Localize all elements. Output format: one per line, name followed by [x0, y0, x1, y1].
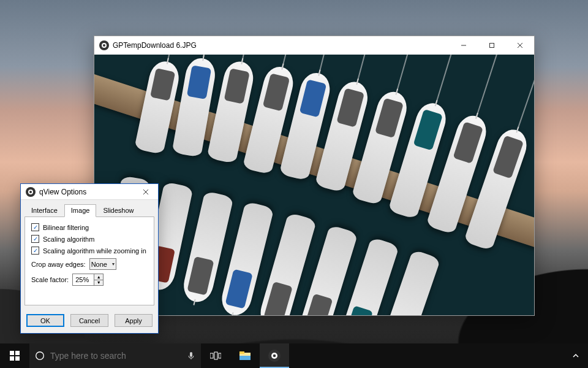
taskbar-app-file-explorer[interactable] [230, 343, 260, 368]
tab-slideshow[interactable]: Slideshow [96, 204, 140, 217]
qview-app-icon [26, 187, 36, 197]
svg-rect-16 [210, 353, 213, 358]
file-explorer-icon [239, 351, 251, 360]
start-button[interactable] [0, 343, 29, 368]
crop-edges-select[interactable]: None ▾ [89, 258, 116, 270]
task-view-icon [210, 351, 221, 360]
svg-rect-15 [190, 352, 192, 357]
scaling-algorithm-checkbox[interactable]: ✓ Scaling algorithm [31, 235, 94, 243]
scaling-zoom-checkbox[interactable]: ✓ Scaling algorithm while zooming in [31, 247, 146, 255]
qview-app-icon [99, 40, 109, 50]
microphone-icon[interactable] [186, 351, 196, 361]
close-button[interactable] [134, 184, 158, 200]
options-tabs: Interface Image Slideshow [24, 204, 154, 217]
svg-rect-21 [239, 356, 251, 360]
cortana-circle-icon [34, 350, 45, 361]
spinner-down-button[interactable]: ▼ [94, 280, 103, 285]
spinner-up-button[interactable]: ▲ [94, 274, 103, 280]
taskbar [0, 343, 588, 368]
ok-button[interactable]: OK [26, 314, 64, 327]
tab-interface[interactable]: Interface [24, 204, 64, 217]
options-dialog-title: qView Options [39, 188, 134, 196]
svg-point-1 [103, 44, 105, 47]
checkbox-checked-icon: ✓ [31, 223, 39, 231]
image-viewer-canvas[interactable] [94, 55, 534, 315]
scaling-zoom-label: Scaling algorithm while zooming in [43, 247, 146, 255]
bilinear-filtering-checkbox[interactable]: ✓ Bilinear filtering [31, 223, 89, 231]
chevron-up-icon [573, 353, 579, 359]
svg-rect-17 [214, 352, 217, 359]
scaling-algorithm-label: Scaling algorithm [43, 236, 94, 243]
scale-factor-label: Scale factor: [31, 276, 69, 283]
close-button[interactable] [506, 36, 534, 55]
svg-rect-3 [490, 44, 494, 48]
svg-rect-13 [15, 356, 20, 361]
image-viewer-window: GPTempDownload 6.JPG [94, 36, 535, 316]
taskbar-app-qview[interactable] [260, 343, 289, 368]
taskbar-search-input[interactable] [50, 351, 181, 361]
apply-button[interactable]: Apply [115, 314, 153, 327]
svg-rect-18 [219, 353, 221, 358]
checkbox-checked-icon: ✓ [31, 247, 39, 255]
tab-panel-image: ✓ Bilinear filtering ✓ Scaling algorithm… [24, 217, 154, 305]
svg-point-7 [29, 191, 32, 193]
crop-edges-label: Crop away edges: [31, 261, 86, 268]
qview-app-icon [268, 350, 281, 362]
svg-point-14 [36, 352, 44, 360]
checkbox-checked-icon: ✓ [31, 235, 39, 243]
bilinear-filtering-label: Bilinear filtering [43, 224, 89, 231]
taskbar-search[interactable] [29, 343, 201, 368]
dialog-button-row: OK Cancel Apply [21, 309, 158, 333]
options-dialog-titlebar[interactable]: qView Options [21, 184, 158, 200]
svg-rect-10 [10, 351, 14, 355]
scale-factor-value: 25% [73, 274, 94, 285]
tray-overflow-button[interactable] [564, 343, 588, 368]
chevron-down-icon: ▾ [112, 261, 115, 267]
image-viewer-titlebar[interactable]: GPTempDownload 6.JPG [94, 36, 534, 55]
crop-edges-value: None [91, 261, 107, 268]
image-viewer-title: GPTempDownload 6.JPG [113, 41, 450, 50]
svg-rect-12 [10, 356, 14, 361]
maximize-button[interactable] [478, 36, 506, 55]
svg-rect-20 [239, 351, 244, 354]
task-view-button[interactable] [201, 343, 230, 368]
taskbar-spacer [289, 343, 564, 368]
options-dialog: qView Options Interface Image Slideshow … [20, 183, 159, 334]
svg-point-23 [273, 355, 276, 358]
windows-logo-icon [10, 351, 20, 361]
tab-image[interactable]: Image [64, 204, 97, 217]
scale-factor-spinner[interactable]: 25% ▲ ▼ [72, 274, 104, 286]
svg-rect-11 [15, 351, 20, 355]
minimize-button[interactable] [450, 36, 478, 55]
cancel-button[interactable]: Cancel [70, 314, 108, 327]
